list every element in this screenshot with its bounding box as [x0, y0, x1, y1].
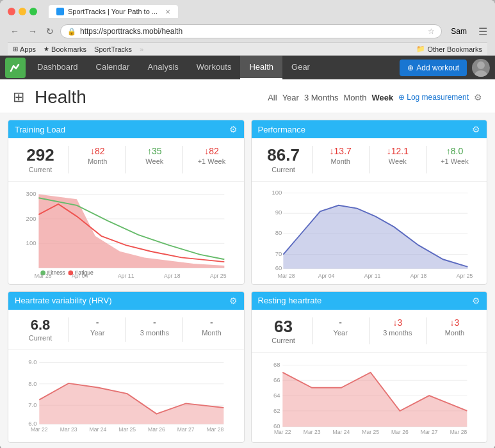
tl-month-label: Month [72, 157, 123, 165]
svg-text:Apr 11: Apr 11 [118, 273, 134, 279]
period-3months[interactable]: 3 Months [304, 93, 338, 102]
tl-week2-change: ↓82 [186, 146, 237, 156]
performance-card: Performance ⚙ 86.7 Current ↓13.7 Month [251, 120, 488, 285]
logo-icon [10, 62, 21, 74]
svg-text:Apr 18: Apr 18 [164, 273, 181, 279]
back-button[interactable]: ← [8, 25, 22, 38]
svg-text:7.0: 7.0 [28, 401, 37, 408]
tl-current-value: 292 [15, 146, 66, 164]
rhr-stats: 63 Current - Year ↓3 3 months [252, 310, 487, 353]
performance-svg: 100 90 80 70 60 [257, 187, 482, 279]
tab-favicon [56, 8, 64, 15]
sporttracks-bookmark[interactable]: SportTracks [94, 45, 132, 53]
svg-text:Mar 28: Mar 28 [450, 429, 467, 435]
nav-health[interactable]: Health [240, 56, 282, 79]
bookmarks-item[interactable]: ★ Bookmarks [44, 45, 86, 53]
period-all[interactable]: All [268, 93, 277, 102]
svg-text:Mar 28: Mar 28 [207, 426, 224, 433]
log-measurement-button[interactable]: ⊕ Log measurement [398, 93, 469, 102]
period-week[interactable]: Week [372, 93, 394, 102]
user-button[interactable]: Sam [446, 26, 472, 37]
rhr-current-value: 63 [258, 317, 309, 336]
training-load-header: Training Load ⚙ [8, 120, 244, 138]
nav-gear[interactable]: Gear [282, 56, 319, 79]
bookmark-star-icon: ★ [44, 45, 49, 52]
rhr-months3-stat: ↓3 3 months [369, 315, 426, 348]
svg-text:90: 90 [275, 209, 282, 216]
perf-current-value: 86.7 [258, 146, 309, 164]
nav-dashboard[interactable]: Dashboard [28, 56, 87, 79]
svg-text:Mar 25: Mar 25 [118, 426, 136, 433]
close-dot[interactable] [8, 8, 15, 15]
reload-button[interactable]: ↻ [44, 25, 56, 38]
nav-calendar[interactable]: Calendar [87, 56, 139, 79]
nav-workouts[interactable]: Workouts [188, 56, 241, 79]
svg-text:Apr 04: Apr 04 [318, 273, 334, 279]
svg-text:Mar 22: Mar 22 [31, 426, 48, 433]
period-month[interactable]: Month [343, 93, 366, 102]
other-bookmarks[interactable]: 📁 Other Bookmarks [416, 45, 482, 53]
rhr-current-stat: 63 Current [256, 315, 312, 348]
training-load-settings-icon[interactable]: ⚙ [229, 124, 238, 134]
forward-button[interactable]: → [26, 25, 40, 38]
browser-tab[interactable]: SportTracks | Your Path to ... ✕ [49, 5, 178, 18]
tab-close-btn[interactable]: ✕ [165, 8, 170, 15]
hrv-year-change: - [72, 317, 123, 328]
app-logo[interactable] [5, 58, 26, 78]
svg-text:Mar 28: Mar 28 [35, 273, 52, 279]
svg-text:200: 200 [26, 214, 37, 221]
training-load-stats: 292 Current ↓82 Month ↑35 Week [8, 138, 244, 182]
perf-week2-stat: ↑8.0 +1 Week [426, 143, 483, 176]
hrv-year-label: Year [72, 329, 123, 337]
perf-week-stat: ↓12.1 Week [369, 143, 426, 176]
add-workout-label: Add workout [416, 63, 459, 72]
svg-text:Mar 26: Mar 26 [148, 426, 165, 433]
perf-current-stat: 86.7 Current [256, 143, 312, 176]
svg-text:60: 60 [273, 422, 280, 429]
perf-week-change: ↓12.1 [372, 146, 423, 156]
apps-grid-icon: ⊞ [13, 45, 18, 52]
user-avatar[interactable] [472, 59, 490, 77]
minimize-dot[interactable] [19, 8, 26, 15]
health-settings-icon[interactable]: ⚙ [474, 92, 482, 102]
rhr-svg: 68 66 64 62 60 [257, 358, 482, 437]
performance-settings-icon[interactable]: ⚙ [472, 124, 480, 134]
perf-current-label: Current [258, 166, 309, 173]
svg-text:6.0: 6.0 [28, 419, 37, 426]
svg-text:100: 100 [26, 239, 37, 246]
rhr-year-change: - [315, 317, 366, 328]
nav-analysis[interactable]: Analysis [138, 56, 187, 79]
svg-text:Mar 23: Mar 23 [303, 429, 320, 435]
rhr-settings-icon[interactable]: ⚙ [472, 296, 480, 306]
svg-text:300: 300 [26, 190, 37, 197]
browser-menu-icon[interactable]: ☰ [478, 26, 487, 38]
svg-text:60: 60 [275, 264, 282, 271]
hrv-settings-icon[interactable]: ⚙ [229, 296, 238, 306]
svg-text:Apr 04: Apr 04 [72, 273, 88, 279]
hrv-months3-label: 3 months [129, 329, 180, 337]
svg-text:Apr 11: Apr 11 [364, 273, 380, 279]
training-load-chart: 300 200 100 [8, 182, 244, 284]
add-workout-button[interactable]: ⊕ Add workout [400, 60, 467, 76]
hrv-month-change: - [186, 317, 237, 328]
tl-week2-stat: ↓82 +1 Week [183, 143, 239, 176]
period-navigation: All Year 3 Months Month Week ⊕ Log measu… [268, 92, 482, 102]
hrv-svg: 9.0 8.0 7.0 6.0 [13, 355, 239, 435]
training-load-card: Training Load ⚙ 292 Current ↓82 Month [8, 120, 245, 285]
ssl-lock-icon: 🔒 [67, 28, 76, 36]
svg-text:9.0: 9.0 [28, 358, 37, 365]
perf-week2-label: +1 Week [429, 157, 480, 165]
rhr-month-stat: ↓3 Month [426, 315, 483, 348]
apps-bookmark[interactable]: ⊞ Apps [13, 45, 36, 53]
svg-text:Mar 27: Mar 27 [177, 426, 195, 433]
health-scale-icon: ⊞ [13, 89, 24, 106]
period-year[interactable]: Year [282, 93, 299, 102]
training-load-title: Training Load [15, 125, 65, 134]
maximize-dot[interactable] [29, 8, 37, 15]
url-bar[interactable]: 🔒 https://sporttracks.mobi/health ☆ [60, 24, 442, 38]
rhr-title: Resting heartrate [258, 296, 322, 305]
bookmark-star-icon[interactable]: ☆ [428, 27, 435, 36]
hrv-month-stat: - Month [183, 315, 239, 344]
performance-chart: 100 90 80 70 60 [252, 182, 487, 284]
tl-current-stat: 292 Current [12, 143, 69, 176]
